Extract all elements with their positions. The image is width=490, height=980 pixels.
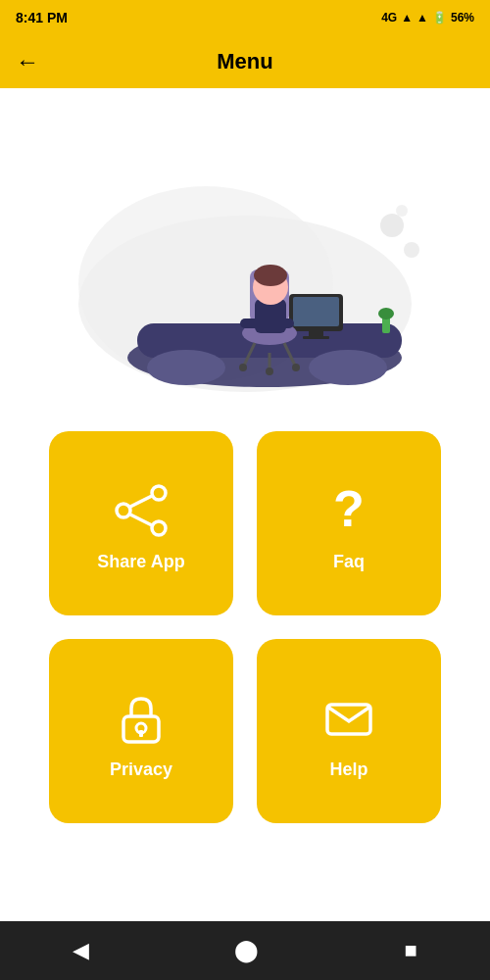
share-app-label: Share App [97,552,184,572]
mail-icon [319,689,378,748]
nav-recents-button[interactable]: ■ [405,938,417,963]
svg-point-3 [404,242,419,258]
nav-back-button[interactable]: ◀ [73,938,89,963]
svg-point-23 [254,265,287,286]
signal-icon-2: ▲ [416,11,428,24]
battery-percent: 56% [451,11,474,24]
svg-rect-10 [293,297,339,326]
svg-point-32 [117,504,130,517]
status-time: 8:41 PM [16,10,68,25]
svg-point-17 [239,364,247,371]
svg-point-7 [147,350,225,385]
svg-rect-12 [303,336,329,339]
svg-point-31 [152,486,166,500]
hero-illustration [59,108,431,402]
share-app-button[interactable]: Share App [49,431,233,615]
status-icons: 4G ▲ ▲ 🔋 56% [381,11,474,24]
back-button[interactable]: ← [16,48,55,75]
faq-button[interactable]: ? Faq [257,431,441,615]
svg-line-35 [130,514,152,525]
nav-bar: ◀ ⬤ ■ [0,921,490,980]
svg-point-20 [266,368,273,375]
svg-point-18 [292,364,300,371]
nav-home-button[interactable]: ⬤ [234,938,259,963]
help-label: Help [329,760,368,780]
page-title: Menu [55,49,435,74]
header: ← Menu [0,35,490,88]
help-button[interactable]: Help [257,639,441,823]
illustration-container [0,88,490,421]
svg-point-33 [152,521,166,535]
svg-point-30 [378,308,394,319]
svg-rect-24 [240,318,294,328]
main-content: Share App ? Faq [0,88,490,921]
svg-text:?: ? [333,481,365,537]
svg-point-4 [396,205,408,217]
faq-label: Faq [333,552,365,572]
question-icon: ? [319,481,378,540]
menu-grid: Share App ? Faq [0,421,490,833]
lock-icon [112,689,171,748]
battery-icon: 🔋 [432,11,447,24]
svg-point-2 [380,214,404,237]
privacy-label: Privacy [110,760,172,780]
svg-line-34 [130,496,152,507]
svg-rect-37 [123,716,159,742]
share-icon [112,481,171,540]
signal-icon: ▲ [401,11,413,24]
status-bar: 8:41 PM 4G ▲ ▲ 🔋 56% [0,0,490,35]
network-icon: 4G [381,11,397,24]
privacy-button[interactable]: Privacy [49,639,233,823]
svg-point-8 [309,350,387,385]
svg-rect-39 [139,730,143,737]
